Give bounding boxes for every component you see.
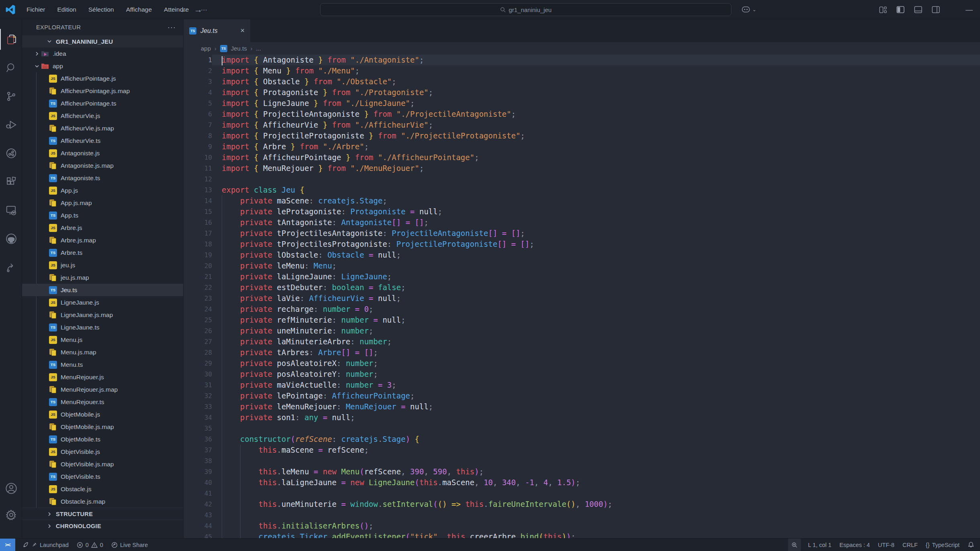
problems-status[interactable]: 0 0	[73, 539, 107, 551]
file-tree-item-arbre-js-map[interactable]: Arbre.js.map	[22, 234, 183, 246]
file-tree-item-objetvisible-js[interactable]: JSObjetVisible.js	[22, 445, 183, 458]
tab-jeu-ts[interactable]: TS Jeu.ts ×	[184, 19, 250, 42]
code-line-3[interactable]: 3import { Obstacle } from "./Obstacle";	[184, 76, 980, 87]
code-line-37[interactable]: 37 this.maScene = refScene;	[184, 445, 980, 455]
file-tree-item-menu-ts[interactable]: TSMenu.ts	[22, 358, 183, 371]
file-tree-item-lignejaune-js[interactable]: JSLigneJaune.js	[22, 296, 183, 309]
code-line-15[interactable]: 15 private leProtagoniste: Protagoniste …	[184, 206, 980, 217]
share-icon[interactable]	[0, 257, 22, 278]
account-icon[interactable]	[0, 478, 22, 499]
run-debug-icon[interactable]	[0, 114, 22, 135]
code-line-39[interactable]: 39 this.leMenu = new Menu(refScene, 390,…	[184, 466, 980, 477]
file-tree-item-menu-js-map[interactable]: Menu.js.map	[22, 346, 183, 358]
code-line-21[interactable]: 21 private laLigneJaune: LigneJaune;	[184, 271, 980, 282]
remote-explorer-icon[interactable]	[0, 143, 22, 164]
file-tree-item-objetmobile-js-map[interactable]: ObjetMobile.js.map	[22, 421, 183, 433]
code-line-6[interactable]: 6import { ProjectileAntagoniste } from "…	[184, 109, 980, 120]
file-tree-item--idea[interactable]: .idea	[22, 47, 183, 60]
code-line-5[interactable]: 5import { LigneJaune } from "./LigneJaun…	[184, 98, 980, 109]
code-line-36[interactable]: 36 constructor(refScene: createjs.Stage)…	[184, 434, 980, 445]
timeline-section[interactable]: CHRONOLOGIE	[22, 520, 183, 532]
nav-forward-icon[interactable]: →	[194, 5, 202, 14]
file-tree-item-afficheurvie-js[interactable]: JSAfficheurVie.js	[22, 110, 183, 122]
launchpad-status[interactable]: Launchpad	[18, 539, 73, 551]
file-tree-item-afficheurpointage-ts[interactable]: TSAfficheurPointage.ts	[22, 97, 183, 110]
code-line-4[interactable]: 4import { Protagoniste } from "./Protago…	[184, 87, 980, 98]
code-line-9[interactable]: 9import { Arbre } from "./Arbre";	[184, 141, 980, 152]
file-tree-item-jeu-ts[interactable]: TSJeu.ts	[22, 284, 183, 296]
code-line-18[interactable]: 18 private tProjectilesProtagoniste: Pro…	[184, 239, 980, 250]
remote-indicator[interactable]: ><	[0, 539, 15, 551]
code-line-33[interactable]: 33 private leMenuRejouer: MenuRejouer = …	[184, 401, 980, 412]
file-tree-item-objetmobile-js[interactable]: JSObjetMobile.js	[22, 408, 183, 421]
source-control-icon[interactable]	[0, 86, 22, 107]
file-tree-item-afficheurvie-ts[interactable]: TSAfficheurVie.ts	[22, 134, 183, 147]
file-tree-item-lignejaune-ts[interactable]: TSLigneJaune.ts	[22, 321, 183, 333]
file-tree-item-menurejouer-ts[interactable]: TSMenuRejouer.ts	[22, 396, 183, 408]
language-mode[interactable]: {} TypeScript	[922, 539, 964, 551]
code-line-1[interactable]: 1import { Antagoniste } from "./Antagoni…	[184, 55, 980, 65]
code-line-16[interactable]: 16 private tAntagoniste: Antagoniste[] =…	[184, 217, 980, 228]
code-line-11[interactable]: 11import { MenuRejouer } from "./MenuRej…	[184, 163, 980, 174]
code-line-14[interactable]: 14 private maScene: createjs.Stage;	[184, 195, 980, 206]
code-editor[interactable]: 1import { Antagoniste } from "./Antagoni…	[184, 55, 980, 538]
code-line-8[interactable]: 8import { ProjectileProtagoniste } from …	[184, 130, 980, 141]
explorer-icon[interactable]	[0, 29, 22, 50]
code-line-35[interactable]: 35	[184, 423, 980, 434]
menu-slection[interactable]: Sélection	[83, 4, 119, 16]
code-line-25[interactable]: 25 private refMinuterie: number = null;	[184, 315, 980, 325]
file-tree-item-menurejouer-js[interactable]: JSMenuRejouer.js	[22, 371, 183, 383]
encoding-status[interactable]: UTF-8	[874, 539, 898, 551]
code-line-24[interactable]: 24 private recharge: number = 0;	[184, 304, 980, 315]
code-line-32[interactable]: 32 private lePointage: AfficheurPointage…	[184, 390, 980, 401]
code-line-19[interactable]: 19 private lObstacle: Obstacle = null;	[184, 250, 980, 260]
command-center-search[interactable]: gr1_naniniu_jeu	[320, 3, 731, 16]
menu-fichier[interactable]: Fichier	[21, 4, 51, 16]
file-tree-item-objetvisible-ts[interactable]: TSObjetVisible.ts	[22, 470, 183, 483]
nav-back-icon[interactable]: ←	[180, 5, 188, 14]
menu-affichage[interactable]: Affichage	[121, 4, 157, 16]
code-line-27[interactable]: 27 private laMinuterieArbre: number;	[184, 336, 980, 347]
toggle-primary-sidebar-icon[interactable]	[896, 5, 905, 14]
file-tree-item-objetmobile-ts[interactable]: TSObjetMobile.ts	[22, 433, 183, 445]
code-line-7[interactable]: 7import { AfficheurVie } from "./Affiche…	[184, 120, 980, 130]
code-line-43[interactable]: 43	[184, 510, 980, 521]
file-tree-item-afficheurpointage-js-map[interactable]: AfficheurPointage.js.map	[22, 85, 183, 97]
eol-status[interactable]: CRLF	[898, 539, 922, 551]
code-line-44[interactable]: 44 this.initialiserArbres();	[184, 521, 980, 531]
code-line-12[interactable]: 12	[184, 174, 980, 185]
code-line-41[interactable]: 41	[184, 488, 980, 499]
code-line-2[interactable]: 2import { Menu } from "./Menu";	[184, 65, 980, 76]
code-line-29[interactable]: 29 private posAleatoireX: number;	[184, 358, 980, 369]
menu-edition[interactable]: Edition	[52, 4, 82, 16]
code-line-22[interactable]: 22 private estDebuter: boolean = false;	[184, 282, 980, 293]
code-line-34[interactable]: 34 private son1: any = null;	[184, 412, 980, 423]
zoom-status[interactable]	[788, 539, 801, 551]
file-tree-item-antagoniste-js[interactable]: JSAntagoniste.js	[22, 147, 183, 159]
file-tree-item-lignejaune-js-map[interactable]: LigneJaune.js.map	[22, 309, 183, 321]
tab-close-icon[interactable]: ×	[240, 26, 245, 35]
code-line-28[interactable]: 28 private tArbres: Arbre[] = [];	[184, 347, 980, 358]
extensions-icon[interactable]	[0, 171, 22, 192]
breadcrumb-symbol[interactable]: ...	[256, 45, 261, 52]
code-line-31[interactable]: 31 private maVieActuelle: number = 3;	[184, 380, 980, 390]
file-tree-item-menu-js[interactable]: JSMenu.js	[22, 333, 183, 346]
code-line-38[interactable]: 38	[184, 455, 980, 466]
file-tree-item-antagoniste-ts[interactable]: TSAntagoniste.ts	[22, 172, 183, 184]
breadcrumb-file[interactable]: Jeu.ts	[231, 45, 247, 52]
github-icon[interactable]	[0, 228, 22, 249]
file-tree-item-arbre-ts[interactable]: TSArbre.ts	[22, 246, 183, 259]
file-tree-item-app-js[interactable]: JSApp.js	[22, 184, 183, 197]
code-line-17[interactable]: 17 private tProjectilesAntagoniste: Proj…	[184, 228, 980, 239]
window-minimize-button[interactable]: —	[966, 0, 973, 19]
file-tree-item-afficheurpointage-js[interactable]: JSAfficheurPointage.js	[22, 72, 183, 85]
file-tree-item-app[interactable]: app	[22, 60, 183, 72]
breadcrumb-app[interactable]: app	[201, 45, 211, 52]
copilot-menu[interactable]: ⌄	[741, 0, 756, 19]
explorer-more-actions-icon[interactable]: ···	[167, 23, 176, 32]
file-tree-item-menurejouer-js-map[interactable]: MenuRejouer.js.map	[22, 383, 183, 396]
file-tree-item-antagoniste-js-map[interactable]: Antagoniste.js.map	[22, 159, 183, 172]
code-line-40[interactable]: 40 this.laLigneJaune = new LigneJaune(th…	[184, 477, 980, 488]
cursor-position[interactable]: L 1, col 1	[804, 539, 835, 551]
toggle-panel-icon[interactable]	[913, 5, 923, 14]
